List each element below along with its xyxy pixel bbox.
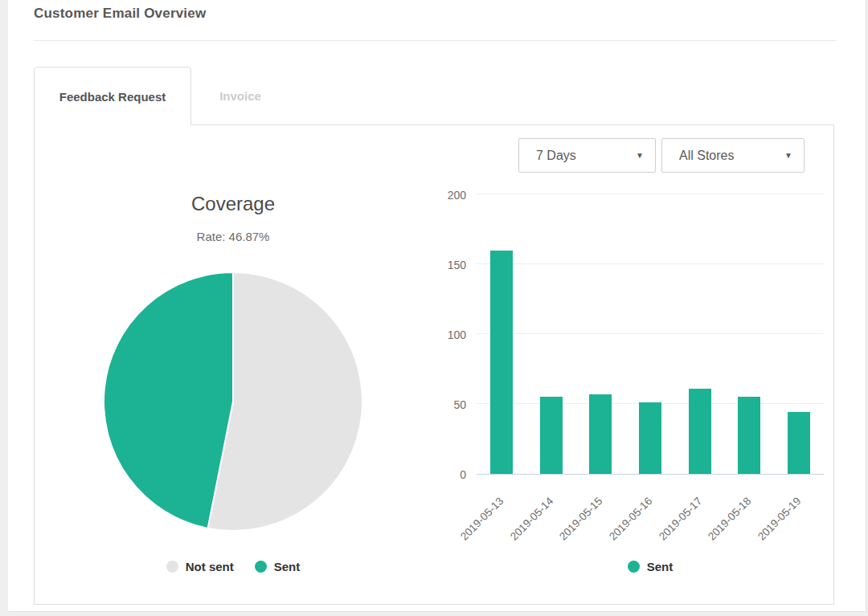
chevron-down-icon: ▼ (636, 151, 644, 160)
period-select-value: 7 Days (536, 149, 576, 163)
x-axis-labels: 2019-05-13 2019-05-14 2019-05-15 2019-05… (477, 474, 824, 546)
chevron-down-icon: ▼ (784, 151, 792, 160)
bar-slot (477, 194, 526, 474)
bar-2019-05-16 (639, 402, 661, 474)
sent-legend-dot (255, 561, 267, 573)
header-divider (34, 40, 836, 41)
bar-slot (526, 194, 576, 474)
store-select[interactable]: All Stores ▼ (661, 138, 805, 173)
store-select-value: All Stores (679, 149, 734, 163)
y-axis-tick-label: 100 (434, 328, 466, 341)
bar-2019-05-13 (490, 251, 513, 474)
bar-2019-05-19 (788, 412, 810, 474)
not-sent-legend-dot (166, 561, 178, 573)
tab-panel: 7 Days ▼ All Stores ▼ Coverage Rate: 46.… (34, 124, 834, 605)
bar-slot (625, 194, 675, 474)
tab-invoice-label: Invoice (219, 89, 261, 103)
bars-container (477, 194, 824, 474)
bar-2019-05-15 (589, 394, 612, 474)
tab-bar: Feedback Request Invoice (34, 67, 289, 125)
tab-feedback-request[interactable]: Feedback Request (34, 67, 191, 125)
y-axis-tick-label: 200 (434, 189, 466, 202)
period-select[interactable]: 7 Days ▼ (518, 138, 656, 173)
sent-bar-chart: 050100150200 2019-05-13 2019-05-14 2019-… (477, 194, 824, 474)
tab-feedback-request-label: Feedback Request (59, 90, 166, 104)
bar-2019-05-18 (738, 397, 760, 474)
tab-invoice[interactable]: Invoice (191, 67, 289, 125)
bar-slot (725, 194, 775, 474)
legend-item-not-sent[interactable]: Not sent (166, 560, 234, 573)
bar-2019-05-17 (689, 389, 711, 474)
x-axis-label: 2019-05-13 (458, 495, 506, 542)
y-axis-tick-label: 50 (434, 398, 466, 411)
coverage-pie-chart (102, 271, 364, 532)
pie-svg (102, 271, 364, 532)
pie-slice-sent (104, 272, 233, 528)
bar-legend: Sent (477, 560, 824, 573)
bar-slot (575, 194, 625, 474)
bar-2019-05-14 (540, 397, 563, 474)
legend-item-sent[interactable]: Sent (255, 560, 301, 573)
content-card: Customer Email Overview Feedback Request… (8, 0, 866, 612)
sent-legend-label: Sent (274, 560, 301, 573)
pie-chart-title: Coverage (113, 193, 354, 215)
y-axis-tick-label: 0 (434, 468, 466, 481)
bar-slot (675, 194, 725, 474)
page-title: Customer Email Overview (34, 6, 206, 22)
pie-legend: Not sent Sent (88, 560, 378, 573)
legend-item-bar-sent[interactable]: Sent (628, 560, 674, 573)
pie-chart-subtitle: Rate: 46.87% (113, 230, 354, 243)
not-sent-legend-label: Not sent (186, 560, 234, 573)
bar-sent-legend-label: Sent (647, 560, 674, 573)
bar-sent-legend-dot (628, 561, 640, 573)
bar-slot (774, 194, 824, 474)
y-axis-tick-label: 150 (434, 259, 466, 271)
